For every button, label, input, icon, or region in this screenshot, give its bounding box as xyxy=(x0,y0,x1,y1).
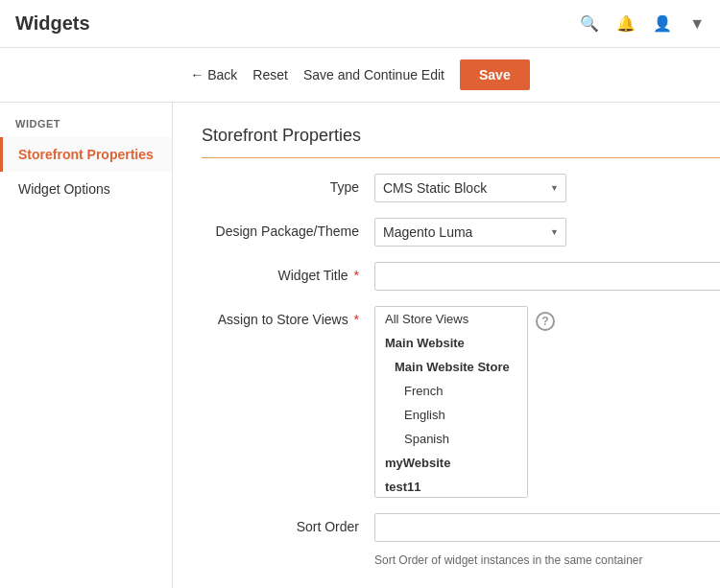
store-views-listbox[interactable]: All Store ViewsMain WebsiteMain Website … xyxy=(374,306,528,498)
chevron-down-icon[interactable]: ▼ xyxy=(689,15,705,33)
type-select[interactable]: CMS Static Block xyxy=(374,174,566,202)
sort-order-hint: Sort Order of widget instances in the sa… xyxy=(374,553,642,567)
sidebar-item-storefront-properties[interactable]: Storefront Properties xyxy=(0,137,172,172)
widget-title-label: Widget Title * xyxy=(202,262,374,283)
sort-order-row: Sort Order Sort Order of widget instance… xyxy=(202,513,720,567)
type-row: Type CMS Static Block xyxy=(202,174,720,202)
sidebar-item-label: Widget Options xyxy=(18,181,110,197)
listbox-item[interactable]: English xyxy=(375,403,527,427)
sidebar: WIDGET Storefront Properties Widget Opti… xyxy=(0,103,173,588)
design-label: Design Package/Theme xyxy=(202,218,374,239)
header: Widgets 🔍 🔔 👤 ▼ xyxy=(0,0,720,48)
widget-title-input[interactable] xyxy=(374,262,720,291)
listbox-item[interactable]: test11 xyxy=(375,475,527,498)
sidebar-item-widget-options[interactable]: Widget Options xyxy=(0,172,172,206)
required-marker-assign: * xyxy=(354,312,359,327)
listbox-item[interactable]: Spanish xyxy=(375,427,527,451)
widget-title-row: Widget Title * xyxy=(202,262,720,291)
content-area: Storefront Properties Type CMS Static Bl… xyxy=(173,103,720,588)
listbox-item[interactable]: French xyxy=(375,379,527,403)
sort-order-label: Sort Order xyxy=(202,513,374,534)
back-button[interactable]: ← Back xyxy=(190,67,237,82)
section-title: Storefront Properties xyxy=(202,126,720,158)
main-layout: WIDGET Storefront Properties Widget Opti… xyxy=(0,103,720,588)
listbox-item[interactable]: All Store Views xyxy=(375,307,527,331)
action-bar-inner: ← Back Reset Save and Continue Edit Save xyxy=(190,59,529,90)
type-select-wrap: CMS Static Block xyxy=(374,174,566,202)
design-control: Magento Luma xyxy=(374,218,720,247)
header-actions: 🔍 🔔 👤 ▼ xyxy=(580,14,705,33)
design-select-wrap: Magento Luma xyxy=(374,218,566,247)
required-marker: * xyxy=(354,268,359,283)
help-icon[interactable]: ? xyxy=(536,312,555,331)
page-title: Widgets xyxy=(15,12,90,35)
sort-order-control: Sort Order of widget instances in the sa… xyxy=(374,513,720,567)
bell-icon[interactable]: 🔔 xyxy=(616,14,636,33)
design-row: Design Package/Theme Magento Luma xyxy=(202,218,720,247)
store-views-control: All Store ViewsMain WebsiteMain Website … xyxy=(374,306,720,498)
sort-order-input[interactable] xyxy=(374,513,720,542)
listbox-item[interactable]: myWebsite xyxy=(375,451,527,475)
save-button[interactable]: Save xyxy=(460,59,530,90)
save-continue-button[interactable]: Save and Continue Edit xyxy=(303,67,444,82)
sidebar-section-label: WIDGET xyxy=(0,103,172,137)
search-icon[interactable]: 🔍 xyxy=(580,14,599,33)
user-icon[interactable]: 👤 xyxy=(653,14,672,33)
action-bar: ← Back Reset Save and Continue Edit Save xyxy=(0,48,720,103)
sidebar-item-label: Storefront Properties xyxy=(18,147,154,162)
type-label: Type xyxy=(202,174,374,195)
store-views-row: Assign to Store Views * All Store ViewsM… xyxy=(202,306,720,498)
reset-button[interactable]: Reset xyxy=(252,67,288,82)
design-select[interactable]: Magento Luma xyxy=(374,218,566,247)
listbox-item[interactable]: Main Website Store xyxy=(375,355,527,379)
type-control: CMS Static Block xyxy=(374,174,720,202)
widget-title-control xyxy=(374,262,720,291)
listbox-item[interactable]: Main Website xyxy=(375,331,527,355)
assign-label: Assign to Store Views * xyxy=(202,306,374,327)
